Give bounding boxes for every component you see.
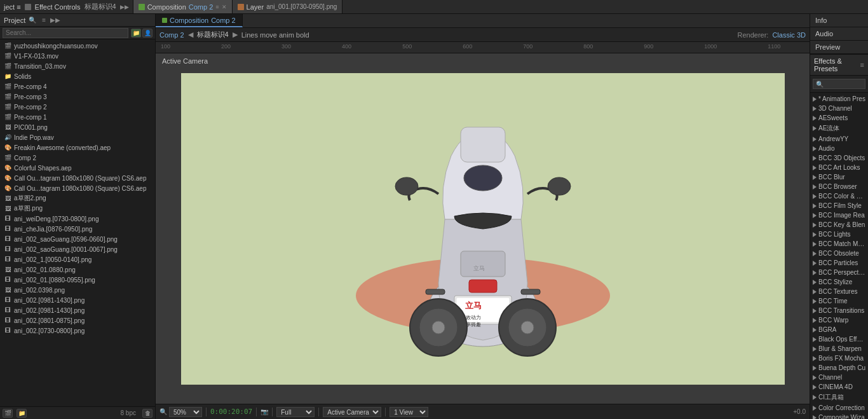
effect-category-item[interactable]: AndrewYY — [810, 134, 868, 144]
project-list-item[interactable]: 🎞ani_002.[0730-0800].png — [0, 326, 155, 336]
project-list-item[interactable]: 🎞ani_002_01.[0880-0955].png — [0, 275, 155, 285]
effect-category-item[interactable]: BCC Image Rea — [810, 210, 868, 220]
effect-category-item[interactable]: BCC Transitions — [810, 306, 868, 315]
project-list-item[interactable]: 🖼ani_002.0398.png — [0, 285, 155, 295]
quality-select[interactable]: Full Half Quarter — [276, 407, 315, 417]
effect-category-item[interactable]: BCC Obsolete — [810, 249, 868, 258]
project-list-item[interactable]: 🎨Call Ou...tagram 1080x1080 (Square) CS6… — [0, 173, 155, 183]
camera-select[interactable]: Active Camera — [323, 407, 381, 417]
project-list-item[interactable]: 🎞ani_002.[0981-1430].png — [0, 305, 155, 315]
comp-tab-menu[interactable]: ≡ — [215, 4, 219, 10]
nav-arrow-left[interactable]: ◀ — [188, 31, 193, 39]
effect-category-item[interactable]: BCC Time — [810, 296, 868, 306]
comp-tab-close[interactable]: ✕ — [222, 4, 227, 10]
tab-audio[interactable]: Audio — [810, 27, 868, 41]
effect-category-item[interactable]: BCC Warp — [810, 315, 868, 325]
snapshot-btn[interactable]: 📷 — [261, 408, 268, 415]
effect-category-item[interactable]: Audio — [810, 144, 868, 153]
project-list-item[interactable]: 🎞ani_002_1.[0050-0140].png — [0, 254, 155, 264]
effect-category-item[interactable]: Blur & Sharpen — [810, 344, 868, 354]
effect-category-item[interactable]: BCC Film Style — [810, 201, 868, 210]
person-icon-btn[interactable]: 👤 — [142, 29, 153, 38]
effect-category-item[interactable]: CINEMA 4D — [810, 382, 868, 392]
expand-icon[interactable]: ▶▶ — [120, 4, 129, 10]
divider-3 — [272, 408, 273, 416]
effect-category-item[interactable]: BCC Color & Ton — [810, 191, 868, 201]
panel-menu-icon[interactable]: ≡ — [39, 16, 48, 25]
effect-category-item[interactable]: BCC Particles — [810, 258, 868, 268]
project-list-item[interactable]: 🎞ani_002.[0801-0875].png — [0, 315, 155, 326]
effect-category-item[interactable]: BCC Stylize — [810, 277, 868, 287]
effect-category-item[interactable]: BCC Key & Blen — [810, 220, 868, 230]
effect-category-item[interactable]: AE流体 — [810, 123, 868, 134]
zoom-control[interactable]: 🔍 50% 100% 200% — [159, 407, 202, 417]
project-list-item[interactable]: 🎬V1-FX-013.mov — [0, 51, 155, 61]
view-select[interactable]: 1 View 2 Views — [390, 407, 428, 417]
new-comp-btn[interactable]: 🎬 — [3, 409, 13, 418]
project-list-item[interactable]: 🔊Indie Pop.wav — [0, 132, 155, 142]
project-list-item[interactable]: 🖼a草图2.png — [0, 193, 155, 203]
comp-tab-main[interactable]: Composition Comp 2 — [156, 14, 243, 27]
effect-category-item[interactable]: Boris FX Mocha — [810, 354, 868, 363]
effect-category-item[interactable]: BCC Browser — [810, 182, 868, 191]
project-list-item[interactable]: 🎬Comp 2 — [0, 153, 155, 163]
effect-category-item[interactable]: * Animation Pres — [810, 94, 868, 104]
effect-category-item[interactable]: BCC Match Move — [810, 239, 868, 249]
tab-info[interactable]: Info — [810, 14, 868, 27]
project-list-item[interactable]: 🎨Colorful Shapes.aep — [0, 163, 155, 173]
effect-category-item[interactable]: Channel — [810, 373, 868, 382]
project-list-item[interactable]: 📁Solids — [0, 71, 155, 81]
effect-category-item[interactable]: BCC 3D Objects — [810, 153, 868, 163]
layer-tab[interactable]: Layer ani_001.[0730-0950].png — [233, 0, 343, 13]
composition-viewport[interactable]: Active Camera — [156, 53, 810, 404]
project-list-item[interactable]: 🎨Freakin Awesome (converted).aep — [0, 142, 155, 153]
project-list-item[interactable]: 🎨Call Ou...tagram 1080x1080 (Square) CS6… — [0, 183, 155, 193]
camera-control[interactable]: Active Camera — [323, 407, 381, 417]
view-control[interactable]: 1 View 2 Views — [390, 407, 428, 417]
project-list-item[interactable]: 🎬Pre-comp 1 — [0, 112, 155, 122]
project-list-item[interactable]: 🎬Pre-comp 2 — [0, 102, 155, 112]
project-list-item[interactable]: 🎞ani_002.[0981-1430].png — [0, 295, 155, 305]
effect-category-item[interactable]: Buena Depth Cu — [810, 363, 868, 373]
project-search-input[interactable] — [3, 28, 128, 38]
tab-preview[interactable]: Preview — [810, 41, 868, 54]
project-list-item[interactable]: 🎬Pre-comp 4 — [0, 81, 155, 92]
effects-search-input[interactable] — [813, 79, 865, 89]
project-list-item[interactable]: 🎬yuzhoushikongchuansuo.mov — [0, 41, 155, 51]
project-list-item[interactable]: 🖼PIC001.png — [0, 122, 155, 132]
effect-category-item[interactable]: BCC Blur — [810, 172, 868, 182]
effect-category-item[interactable]: BGRA — [810, 325, 868, 334]
time-code[interactable]: 0:00:20:07 — [210, 408, 252, 416]
quality-control[interactable]: Full Half Quarter — [276, 407, 315, 417]
zoom-select[interactable]: 50% 100% 200% — [169, 407, 202, 417]
effect-category-item[interactable]: BCC Lights — [810, 230, 868, 239]
effect-category-item[interactable]: BCC Perspective — [810, 268, 868, 277]
effect-category-item[interactable]: Black Ops Effects — [810, 334, 868, 344]
panel-expand-icon[interactable]: ▶▶ — [51, 16, 60, 25]
project-list-item[interactable]: 🎬Pre-comp 3 — [0, 92, 155, 102]
effect-category-item[interactable]: Composite Wiza — [810, 413, 868, 419]
effect-category-item[interactable]: Color Correction — [810, 403, 868, 413]
svg-rect-5 — [469, 280, 497, 292]
effect-category-item[interactable]: AESweets — [810, 113, 868, 123]
effect-controls-label[interactable]: Effect Controls — [35, 3, 81, 11]
renderer-value[interactable]: Classic 3D — [772, 31, 806, 39]
effect-category-item[interactable]: BCC Art Looks — [810, 163, 868, 172]
new-folder-bottom-btn[interactable]: 📁 — [17, 409, 27, 418]
effects-panel-menu[interactable]: ≡ — [860, 61, 864, 69]
project-list-item[interactable]: 🎞ani_weiDeng.[0730-0800].png — [0, 214, 155, 224]
project-list-item[interactable]: 🎬Transition_03.mov — [0, 61, 155, 71]
project-list-item[interactable]: 🎞ani_002_saoGuang.[0001-0067].png — [0, 244, 155, 254]
nav-arrow-right[interactable]: ▶ — [233, 31, 238, 39]
project-list-item[interactable]: 🖼ani_002_01.0880.png — [0, 264, 155, 275]
new-folder-btn[interactable]: 📁 — [131, 29, 141, 38]
panel-search-icon[interactable]: 🔍 — [28, 16, 37, 25]
effect-category-item[interactable]: BCC Textures — [810, 287, 868, 296]
effect-category-item[interactable]: CI工具箱 — [810, 392, 868, 403]
project-list-item[interactable]: 🖼a草图.png — [0, 203, 155, 214]
project-list-item[interactable]: 🎞ani_002_saoGuang.[0596-0660].png — [0, 234, 155, 244]
delete-btn[interactable]: 🗑 — [142, 409, 153, 418]
project-list-item[interactable]: 🎞ani_cheJia.[0876-0950].png — [0, 224, 155, 234]
effect-category-item[interactable]: 3D Channel — [810, 104, 868, 113]
composition-tab[interactable]: Composition Comp 2 ≡ ✕ — [133, 0, 233, 13]
